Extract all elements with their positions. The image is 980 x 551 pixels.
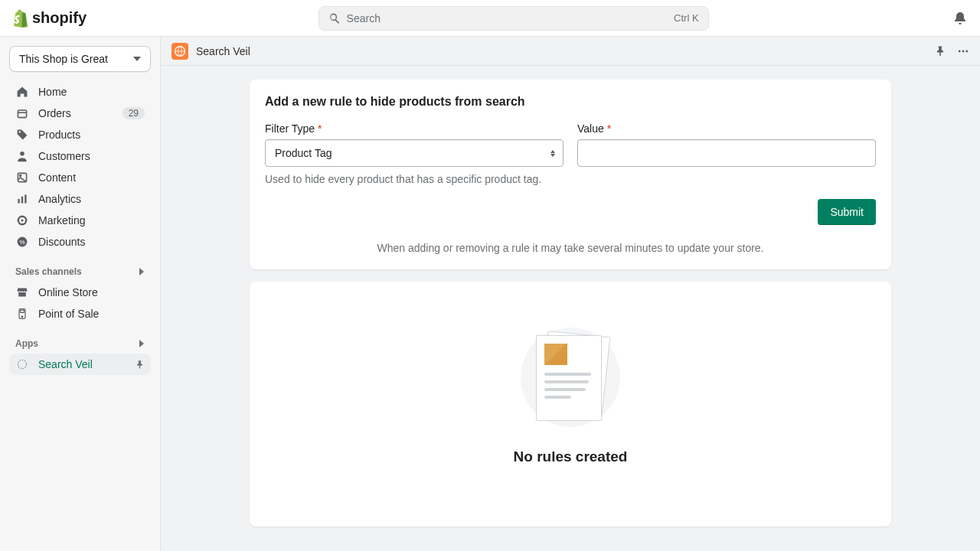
home-icon (15, 85, 29, 99)
topbar: shopify Search Ctrl K (0, 0, 980, 37)
filter-type-help: Used to hide every product that has a sp… (265, 173, 564, 185)
pin-icon[interactable] (135, 360, 145, 370)
nav-orders[interactable]: Orders 29 (9, 103, 151, 124)
svg-rect-6 (24, 194, 26, 203)
svg-point-1 (20, 152, 24, 156)
filter-type-label: Filter Type * (265, 122, 564, 135)
brand-text: shopify (32, 9, 87, 27)
svg-text:%: % (19, 239, 24, 246)
nav-app-search-veil[interactable]: Search Veil (9, 354, 151, 375)
svg-rect-4 (18, 199, 19, 204)
pos-icon (15, 307, 29, 321)
value-input[interactable] (577, 139, 876, 167)
app-title: Search Veil (196, 45, 934, 57)
app-icon (172, 43, 188, 60)
app-dot-icon (15, 357, 29, 371)
app-header: Search Veil (161, 37, 980, 66)
svg-rect-0 (18, 110, 26, 118)
pin-icon (934, 45, 946, 57)
search-placeholder: Search (347, 12, 675, 24)
nav-analytics[interactable]: Analytics (9, 188, 151, 210)
orders-badge: 29 (122, 107, 145, 119)
card-title: Add a new rule to hide products from sea… (265, 95, 876, 109)
filter-type-select[interactable]: Product Tag (265, 139, 564, 167)
pin-app-button[interactable] (934, 45, 946, 57)
value-label: Value * (577, 122, 876, 135)
svg-point-16 (965, 50, 968, 52)
global-search[interactable]: Search Ctrl K (318, 6, 709, 31)
caret-down-icon (133, 57, 141, 61)
empty-state-title: No rules created (514, 448, 628, 465)
products-icon (15, 128, 29, 142)
svg-point-12 (18, 360, 26, 368)
nav-online-store[interactable]: Online Store (9, 282, 151, 303)
orders-icon (15, 106, 29, 120)
add-rule-card: Add a new rule to hide products from sea… (250, 80, 891, 269)
sidebar: This Shop is Great Home Orders 29 Produc… (0, 37, 161, 551)
dots-icon (957, 45, 969, 57)
section-sales-channels[interactable]: Sales channels (9, 262, 151, 282)
bell-icon (952, 11, 968, 26)
shop-selector[interactable]: This Shop is Great (9, 46, 151, 72)
svg-point-3 (20, 175, 21, 177)
section-apps[interactable]: Apps (9, 334, 151, 354)
search-kbd-hint: Ctrl K (674, 12, 699, 24)
marketing-icon (15, 214, 29, 227)
submit-button[interactable]: Submit (818, 199, 876, 225)
nav-point-of-sale[interactable]: Point of Sale (9, 303, 151, 324)
svg-point-15 (962, 50, 965, 52)
shopify-logo[interactable]: shopify (12, 9, 87, 28)
notifications-button[interactable] (952, 11, 968, 26)
rules-list-card: No rules created (250, 282, 891, 527)
nav-marketing[interactable]: Marketing (9, 210, 151, 231)
svg-rect-10 (21, 310, 24, 312)
store-icon (15, 285, 29, 299)
update-note: When adding or removing a rule it may ta… (265, 242, 876, 254)
nav-content[interactable]: Content (9, 167, 151, 188)
analytics-icon (15, 192, 29, 206)
shopify-bag-icon (12, 9, 29, 28)
nav-customers[interactable]: Customers (9, 145, 151, 167)
nav-discounts[interactable]: % Discounts (9, 231, 151, 253)
nav-products[interactable]: Products (9, 124, 151, 145)
chevron-right-icon (139, 268, 145, 276)
nav-home[interactable]: Home (9, 81, 151, 103)
empty-state-illustration (521, 328, 620, 427)
svg-point-14 (959, 50, 961, 52)
customers-icon (15, 149, 29, 163)
discounts-icon: % (15, 235, 29, 249)
more-actions-button[interactable] (957, 45, 969, 57)
content-icon (15, 171, 29, 184)
shop-name: This Shop is Great (19, 53, 108, 65)
svg-point-11 (21, 316, 23, 318)
svg-rect-5 (21, 197, 23, 204)
filter-type-value: Product Tag (275, 147, 332, 159)
search-icon (328, 12, 341, 24)
select-caret-icon (550, 150, 555, 157)
chevron-right-icon (139, 340, 145, 347)
